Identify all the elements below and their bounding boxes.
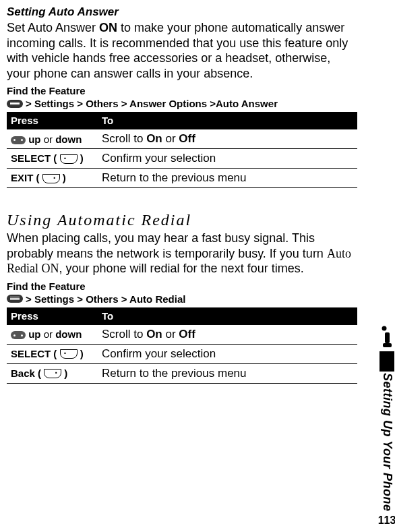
table-header-row: Press To (7, 112, 357, 129)
para-suffix: , your phone will redial for the next fo… (59, 262, 303, 275)
to-cell: Scroll to On or Off (98, 129, 357, 149)
to-b2: Off (179, 132, 195, 145)
actions-table: Press To up or down Scroll to On or Off … (7, 307, 357, 384)
to-prefix: Scroll to (102, 132, 146, 145)
softkey-left-icon (60, 349, 78, 359)
path-text: > Settings > Others > Auto Redial (26, 293, 185, 305)
section-heading: Setting Auto Answer (7, 5, 357, 19)
actions-table: Press To up or down Scroll to On or Off … (7, 112, 357, 188)
softkey-right-icon (44, 369, 61, 378)
press-cell: up or down (7, 129, 98, 149)
table-header-row: Press To (7, 307, 357, 325)
press-suffix: down (53, 134, 82, 145)
feature-path: > Settings > Others > Auto Redial (7, 293, 357, 305)
press-suffix: down (53, 328, 82, 340)
press-cell: up or down (7, 324, 98, 344)
press-mid: or (44, 134, 53, 145)
press-cell: EXIT ( ) (7, 169, 98, 188)
press-prefix: up (26, 328, 44, 340)
svg-rect-1 (385, 332, 390, 343)
press-cell: SELECT ( ) (7, 149, 98, 169)
softkey-left-icon (60, 154, 78, 164)
find-feature-label: Find the Feature (7, 85, 357, 96)
softkey-right-icon (42, 174, 60, 183)
col-to: To (98, 112, 357, 129)
nav-icon (11, 136, 26, 144)
menu-icon (7, 100, 23, 108)
col-press: Press (7, 112, 98, 129)
col-press: Press (7, 307, 98, 325)
to-cell: Scroll to On or Off (98, 324, 357, 344)
section-paragraph: When placing calls, you may hear a fast … (7, 231, 357, 276)
to-cell: Confirm your selection (98, 344, 357, 363)
para-on: ON (99, 21, 117, 34)
press-label: SELECT ( (11, 152, 60, 164)
to-prefix: Scroll to (102, 328, 146, 341)
section-heading: Using Automatic Redial (7, 211, 357, 229)
table-row: EXIT ( ) Return to the previous menu (7, 169, 357, 188)
col-to: To (98, 307, 357, 325)
find-feature-label: Find the Feature (7, 280, 357, 292)
section-tab (379, 351, 394, 372)
press-label: Back ( (11, 367, 44, 379)
press-cell: SELECT ( ) (7, 344, 98, 363)
to-b1: On (146, 132, 162, 145)
section-paragraph: Set Auto Answer ON to make your phone au… (7, 20, 357, 81)
press-mid: or (44, 328, 53, 340)
press-after: ) (78, 152, 84, 164)
sidebar: Setting Up Your Phone 113 (379, 326, 395, 527)
press-label: SELECT ( (11, 348, 60, 359)
vertical-section-title: Setting Up Your Phone (380, 373, 394, 512)
to-b2: Off (179, 328, 195, 341)
para-prefix: When placing calls, you may hear a fast … (7, 231, 327, 260)
phone-icon (380, 326, 394, 349)
press-label: EXIT ( (11, 172, 42, 183)
table-row: Back ( ) Return to the previous menu (7, 363, 357, 383)
para-prefix: Set Auto Answer (7, 21, 99, 34)
svg-rect-2 (383, 343, 392, 347)
feature-path: > Settings > Others > Answer Options >Au… (7, 98, 357, 109)
to-cell: Return to the previous menu (98, 169, 357, 188)
table-row: SELECT ( ) Confirm your selection (7, 344, 357, 363)
press-cell: Back ( ) (7, 363, 98, 383)
press-after: ) (61, 367, 67, 379)
to-cell: Return to the previous menu (98, 363, 357, 383)
to-mid: or (162, 132, 179, 145)
to-cell: Confirm your selection (98, 149, 357, 169)
to-mid: or (162, 328, 179, 341)
table-row: up or down Scroll to On or Off (7, 324, 357, 344)
path-text: > Settings > Others > Answer Options >Au… (26, 98, 278, 109)
table-row: up or down Scroll to On or Off (7, 129, 357, 149)
table-row: SELECT ( ) Confirm your selection (7, 149, 357, 169)
menu-icon (7, 295, 23, 303)
press-after: ) (78, 348, 84, 359)
press-prefix: up (26, 134, 44, 145)
page-number: 113 (378, 514, 395, 527)
press-after: ) (60, 172, 66, 183)
nav-icon (11, 331, 26, 339)
to-b1: On (146, 328, 162, 341)
svg-point-0 (382, 326, 387, 331)
